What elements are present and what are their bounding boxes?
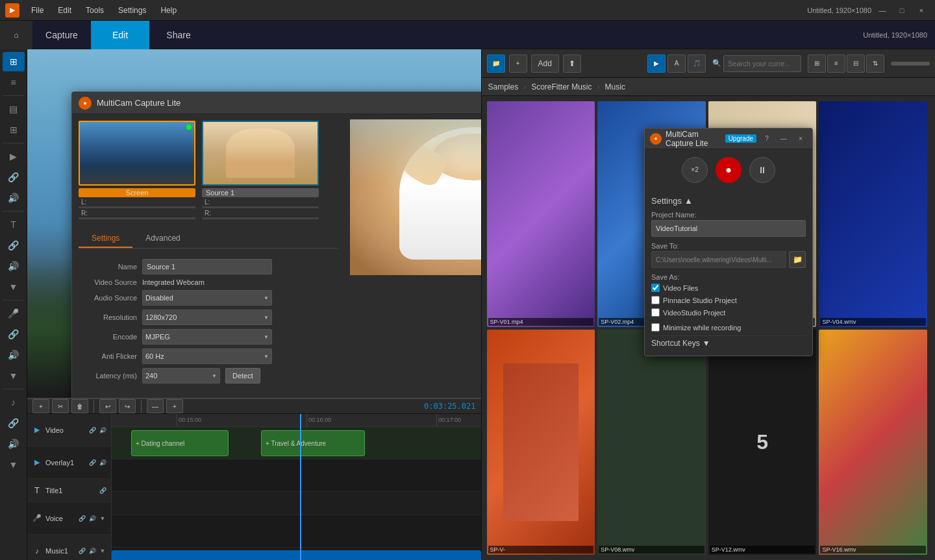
cb-video-files-input[interactable]	[651, 284, 660, 292]
detect-button[interactable]: Detect	[225, 368, 260, 383]
sidebar-mic[interactable]: 🎤	[3, 304, 25, 323]
close-button[interactable]: ×	[913, 4, 930, 17]
voice-link-btn[interactable]: 🔗	[77, 514, 86, 523]
mco-shortcut-toggle[interactable]: Shortcut Keys ▼	[651, 335, 806, 350]
sidebar-music[interactable]: ♪	[3, 393, 25, 412]
lib-import-icon[interactable]: ⬆	[563, 55, 581, 73]
cb-video-files[interactable]: Video Files	[651, 284, 806, 292]
zoom-slider[interactable]	[891, 62, 930, 66]
sidebar-track[interactable]: ▤	[3, 99, 25, 119]
menu-settings[interactable]: Settings	[112, 3, 153, 18]
mco-minimize-input[interactable]	[651, 323, 660, 332]
mco-close-btn[interactable]: ×	[794, 134, 807, 144]
mco-fps-button[interactable]: ×2	[682, 157, 708, 183]
sort-btn[interactable]: ⇅	[866, 55, 884, 73]
tl-undo-btn[interactable]: ↩	[99, 399, 116, 413]
view-grid[interactable]: ⊞	[808, 55, 826, 73]
sidebar-storyboard[interactable]: ⊞	[3, 52, 25, 71]
input-name[interactable]	[142, 259, 272, 274]
tab-settings[interactable]: Settings	[79, 230, 132, 248]
media-item-1[interactable]: SP-V01.mp4	[487, 101, 595, 327]
overlay-link-btn[interactable]: 🔗	[88, 458, 97, 467]
minimize-button[interactable]: —	[874, 4, 891, 17]
music-clip[interactable]: ♪ gordonpogoda_agooddaytobayinstrumental…	[112, 550, 481, 560]
select-resolution[interactable]: 1280x720	[142, 310, 272, 325]
music-expand-btn[interactable]: ▼	[98, 546, 107, 555]
sidebar-chain2[interactable]: 🔗	[3, 236, 25, 255]
music-vol-btn[interactable]: 🔊	[88, 546, 97, 555]
overlay-vol-btn[interactable]: 🔊	[98, 458, 107, 467]
voice-expand-btn[interactable]: ▼	[98, 514, 107, 523]
tl-redo-btn[interactable]: ↪	[119, 399, 136, 413]
cb-pinnacle-input[interactable]	[651, 296, 660, 304]
add-media-button[interactable]: Add	[531, 55, 559, 73]
media-item-4[interactable]: SP-V04.wmv	[819, 101, 927, 327]
sidebar-vol3[interactable]: 🔊	[3, 345, 25, 365]
scorefitter-label[interactable]: ScoreFitter Music	[531, 82, 592, 91]
sidebar-chain3[interactable]: 🔗	[3, 324, 25, 344]
clip-dating[interactable]: + Dating channel	[131, 430, 229, 456]
sidebar-expand2[interactable]: ▼	[3, 366, 25, 385]
sidebar-multi[interactable]: ⊞	[3, 120, 25, 140]
tl-delete-btn[interactable]: 🗑	[71, 399, 88, 413]
search-input[interactable]	[723, 55, 801, 72]
music-link-btn[interactable]: 🔗	[77, 546, 86, 555]
menu-edit[interactable]: Edit	[51, 3, 78, 18]
sidebar-title[interactable]: T	[3, 215, 25, 234]
sidebar-vol2[interactable]: 🔊	[3, 256, 25, 276]
media-item-7[interactable]: 5 SP-V12.wmv	[708, 330, 817, 555]
filter-image-btn[interactable]: 🎵	[688, 55, 706, 73]
mco-upgrade-button[interactable]: Upgrade	[725, 134, 756, 143]
menu-help[interactable]: Help	[154, 3, 183, 18]
source-screen-thumb[interactable]: Screen L: R:	[79, 121, 195, 219]
tl-zoom-in[interactable]: +	[166, 399, 183, 413]
media-item-6[interactable]: SP-V08.wmv	[597, 330, 706, 555]
mco-help-btn[interactable]: ?	[760, 134, 773, 144]
sidebar-list[interactable]: ≡	[3, 73, 25, 92]
lib-add-btn[interactable]: +	[509, 55, 527, 73]
tab-edit[interactable]: Edit	[91, 21, 149, 49]
sidebar-audio[interactable]: 🔗	[3, 167, 25, 187]
sidebar-vol[interactable]: 🔊	[3, 188, 25, 208]
media-item-8[interactable]: SP-V16.wmv	[819, 330, 927, 555]
mco-project-name-input[interactable]	[651, 220, 806, 237]
select-latency[interactable]: 240	[142, 368, 220, 383]
sidebar-expand3[interactable]: ▼	[3, 455, 25, 474]
filter-video-btn[interactable]: ▶	[647, 55, 666, 73]
lib-folder-icon[interactable]: 📁	[487, 55, 505, 73]
sidebar-vol4[interactable]: 🔊	[3, 434, 25, 454]
media-item-5[interactable]: SP-V-	[487, 330, 595, 555]
cb-videostudio[interactable]: VideoStudio Project	[651, 308, 806, 317]
menu-tools[interactable]: Tools	[79, 3, 110, 18]
home-button[interactable]: ⌂	[0, 21, 32, 49]
video-vol-btn[interactable]: 🔊	[98, 426, 107, 435]
mco-minimize-btn[interactable]: —	[777, 134, 790, 144]
sidebar-expand[interactable]: ▼	[3, 277, 25, 297]
video-link-btn[interactable]: 🔗	[88, 426, 97, 435]
view-large[interactable]: ⊟	[847, 55, 865, 73]
clip-travel[interactable]: + Travel & Adventure	[261, 430, 365, 456]
select-antiflicker[interactable]: 60 Hz	[142, 348, 272, 364]
mco-minimize-option[interactable]: Minimize while recording	[651, 323, 806, 332]
cb-videostudio-input[interactable]	[651, 308, 660, 317]
cb-pinnacle[interactable]: Pinnacle Studio Project	[651, 296, 806, 304]
music-label[interactable]: Music	[605, 82, 625, 91]
tab-share[interactable]: Share	[149, 21, 208, 49]
menu-file[interactable]: File	[25, 3, 50, 18]
tab-advanced[interactable]: Advanced	[132, 230, 193, 248]
sidebar-video[interactable]: ▶	[3, 147, 25, 166]
title-link-btn[interactable]: 🔗	[98, 486, 107, 495]
tl-split-btn[interactable]: ✂	[52, 399, 69, 413]
view-list[interactable]: ≡	[827, 55, 845, 73]
filter-audio-btn[interactable]: A	[667, 55, 686, 73]
tl-zoom-out[interactable]: —	[147, 399, 164, 413]
mco-settings-toggle[interactable]: Settings ▲	[651, 196, 806, 206]
tab-capture[interactable]: Capture	[32, 21, 91, 49]
samples-label[interactable]: Samples	[488, 82, 519, 91]
maximize-button[interactable]: □	[893, 4, 910, 17]
select-encode[interactable]: MJPEG	[142, 329, 272, 345]
select-audiosrc[interactable]: Disabled	[142, 290, 272, 306]
sidebar-chain4[interactable]: 🔗	[3, 413, 25, 433]
source-webcam-thumb[interactable]: Source 1 L: R:	[202, 121, 319, 219]
mco-record-button[interactable]: ●	[716, 157, 742, 183]
